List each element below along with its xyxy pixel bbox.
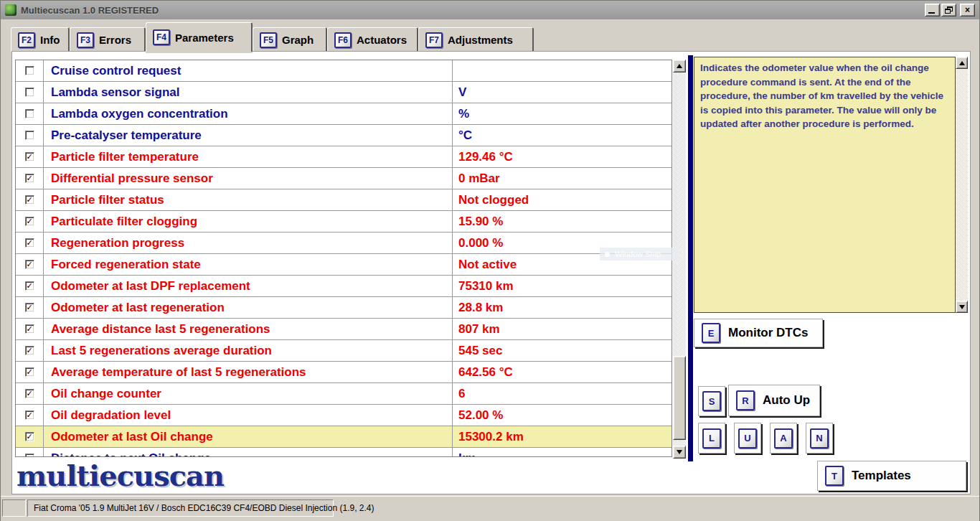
parameter-value: 28.8 km — [453, 297, 672, 318]
tab-errors[interactable]: F3 Errors — [70, 27, 146, 52]
parameter-value: 52.00 % — [453, 405, 672, 426]
f7-keycap-icon: F7 — [425, 32, 443, 48]
row-checkbox[interactable]: ✓ — [25, 281, 34, 291]
auto-up-label: Auto Up — [763, 393, 810, 408]
scrollbar-thumb[interactable] — [673, 356, 686, 440]
s-button[interactable]: S — [698, 386, 725, 416]
scrollbar-track[interactable] — [956, 69, 968, 301]
parameter-name: Odometer at last DPF replacement — [44, 276, 453, 296]
row-checkbox[interactable]: ✓ — [25, 432, 34, 441]
help-scrollbar[interactable] — [956, 57, 968, 313]
table-row[interactable]: ✓Odometer at last regeneration28.8 km — [16, 297, 672, 319]
row-checkbox[interactable]: ✓ — [25, 260, 34, 269]
a-button[interactable]: A — [770, 423, 797, 454]
row-checkbox[interactable]: ✓ — [25, 152, 34, 161]
n-button[interactable]: N — [806, 423, 833, 454]
table-row[interactable]: ✓Particulate filter clogging15.90 % — [16, 211, 672, 233]
row-checkbox[interactable]: ✓ — [25, 367, 34, 377]
panel-separator — [688, 55, 693, 461]
row-checkbox[interactable]: ✓ — [25, 324, 34, 334]
row-checkbox[interactable]: ✓ — [25, 174, 34, 183]
row-checkbox[interactable] — [25, 454, 34, 457]
parameter-name: Lambda oxygen concentration — [44, 103, 453, 124]
parameter-value: 545 sec — [453, 340, 672, 361]
table-row[interactable]: ✓Regeneration progress0.000 % — [16, 233, 672, 254]
tab-info[interactable]: F2 Info — [11, 27, 70, 52]
table-row[interactable]: ✓Oil change counter6 — [16, 383, 672, 405]
title-bar: Multiecuscan 1.0 REGISTERED × — [1, 1, 979, 19]
parameter-value: 642.56 °C — [453, 362, 672, 382]
table-row[interactable]: ✓Average temperature of last 5 regenerat… — [16, 362, 672, 383]
checkbox-cell: ✓ — [16, 254, 44, 275]
tab-adjustments[interactable]: F7 Adjustments — [418, 27, 534, 52]
table-row[interactable]: ✓Odometer at last DPF replacement75310 k… — [16, 276, 672, 297]
templates-label: Templates — [852, 469, 911, 483]
row-checkbox[interactable] — [25, 109, 34, 118]
checkbox-cell: ✓ — [16, 276, 44, 296]
arrow-down-icon — [677, 450, 682, 454]
l-button[interactable]: L — [698, 423, 725, 454]
row-checkbox[interactable]: ✓ — [25, 410, 34, 420]
parameter-value: % — [453, 103, 672, 124]
row-checkbox[interactable]: ✓ — [25, 217, 34, 226]
templates-button[interactable]: T Templates — [817, 461, 966, 491]
table-row[interactable]: ✓Oil degradation level52.00 % — [16, 405, 672, 426]
parameter-name: Oil change counter — [44, 383, 453, 404]
u-button[interactable]: U — [734, 423, 761, 454]
scroll-up-button[interactable] — [956, 57, 968, 69]
table-row[interactable]: Lambda sensor signalV — [16, 82, 672, 103]
tab-graph-label: Graph — [282, 34, 314, 46]
close-button[interactable]: × — [960, 4, 975, 17]
arrow-down-icon — [959, 305, 965, 309]
table-row[interactable]: ✓Last 5 regenerations average duration54… — [16, 340, 672, 362]
a-keycap-icon: A — [774, 428, 793, 449]
parameter-value: °C — [453, 125, 672, 146]
help-text-panel: Indicates the odometer value when the oi… — [694, 57, 956, 313]
checkbox-cell — [16, 448, 44, 457]
row-checkbox[interactable] — [25, 131, 34, 140]
scroll-down-button[interactable] — [673, 446, 686, 459]
table-row[interactable]: Cruise control request — [16, 60, 672, 82]
window-snip-overlay: Window Snip — [600, 248, 679, 260]
parameter-name: Oil degradation level — [44, 405, 453, 426]
table-row[interactable]: ✓Odometer at last Oil change15300.2 km — [16, 426, 672, 448]
restore-icon — [945, 6, 953, 14]
tab-actuators-label: Actuators — [357, 34, 407, 46]
table-row[interactable]: ✓Forced regeneration stateNot active — [16, 254, 672, 276]
table-row[interactable]: ✓Average distance last 5 regenerations80… — [16, 319, 672, 340]
row-checkbox[interactable]: ✓ — [25, 303, 34, 312]
parameter-name: Regeneration progress — [44, 233, 453, 253]
table-row[interactable]: Distance to next Oil changekm — [16, 448, 672, 457]
parameter-value: km — [453, 448, 672, 457]
row-checkbox[interactable]: ✓ — [25, 346, 34, 355]
minimize-button[interactable] — [925, 4, 940, 17]
checkbox-cell: ✓ — [16, 319, 44, 339]
checkbox-cell: ✓ — [16, 340, 44, 361]
table-row[interactable]: ✓Particle filter temperature129.46 °C — [16, 146, 672, 168]
row-checkbox[interactable] — [25, 66, 34, 75]
parameter-name: Particulate filter clogging — [44, 211, 453, 232]
monitor-dtcs-button[interactable]: E Monitor DTCs — [694, 319, 823, 347]
parameter-name: Differential pressure sensor — [44, 168, 453, 189]
parameter-value: 0 mBar — [453, 168, 672, 189]
restore-button[interactable] — [941, 4, 956, 17]
table-row[interactable]: Lambda oxygen concentration% — [16, 103, 672, 125]
scroll-down-button[interactable] — [956, 301, 968, 313]
auto-up-button[interactable]: R Auto Up — [728, 385, 820, 416]
table-row[interactable]: Pre-catalyser temperature°C — [16, 125, 672, 146]
u-keycap-icon: U — [738, 428, 757, 449]
row-checkbox[interactable]: ✓ — [25, 389, 34, 398]
checkbox-cell: ✓ — [16, 426, 44, 447]
row-checkbox[interactable]: ✓ — [25, 238, 34, 248]
parameter-name: Cruise control request — [44, 60, 453, 81]
row-checkbox[interactable] — [25, 88, 34, 97]
parameter-value: V — [453, 82, 672, 103]
parameter-name: Odometer at last regeneration — [44, 297, 453, 318]
row-checkbox[interactable]: ✓ — [25, 195, 34, 205]
tab-graph[interactable]: F5 Graph — [253, 27, 327, 52]
table-row[interactable]: ✓Differential pressure sensor0 mBar — [16, 168, 672, 189]
table-row[interactable]: ✓Particle filter statusNot clogged — [16, 189, 672, 211]
tab-parameters[interactable]: F4 Parameters — [146, 22, 253, 52]
tab-actuators[interactable]: F6 Actuators — [327, 27, 418, 52]
scroll-up-button[interactable] — [673, 60, 686, 72]
